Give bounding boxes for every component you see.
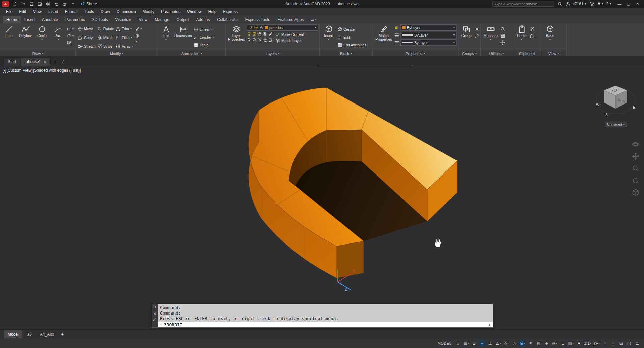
tab-a4-alto[interactable]: A4_Alto <box>36 330 58 338</box>
layer-prev-icon[interactable] <box>263 38 267 42</box>
lineweight-toggle[interactable]: ≡ <box>527 340 534 347</box>
layer-properties-button[interactable]: Layer Properties <box>227 24 246 51</box>
command-window[interactable]: ✕ Command: Command: Press ESC or ENTER t… <box>152 304 493 328</box>
close-icon[interactable]: ✕ <box>153 312 156 316</box>
object-snap-tracking-toggle[interactable]: △ <box>511 340 518 347</box>
tab-view[interactable]: View <box>135 16 151 23</box>
new-drawing-button[interactable]: + <box>51 58 59 66</box>
trim-button[interactable]: Trim▾ <box>115 24 134 33</box>
menu-view[interactable]: View <box>30 8 45 16</box>
block-create-button[interactable]: Create <box>337 26 366 33</box>
help-menu[interactable]: ?▾ <box>606 2 611 6</box>
tab-manage[interactable]: Manage <box>151 16 173 23</box>
app-store-button[interactable] <box>589 1 595 7</box>
layer-merge-icon[interactable] <box>258 38 262 42</box>
clean-screen-button[interactable]: ▢ <box>626 340 633 347</box>
layer-copy-icon[interactable] <box>268 38 273 42</box>
new-layout-button[interactable]: + <box>59 330 66 338</box>
tab-collaborate[interactable]: Collaborate <box>213 16 241 23</box>
group-button[interactable]: Group <box>459 24 474 51</box>
search-input[interactable] <box>492 1 554 7</box>
hatch-button[interactable] <box>67 40 74 45</box>
quick-calc-button[interactable] <box>500 33 505 39</box>
layer-edit-icon[interactable] <box>268 32 273 36</box>
workspace-switching-button[interactable]: ▾ <box>593 340 600 347</box>
show-motion-icon[interactable] <box>632 189 639 196</box>
layer-walk-icon[interactable] <box>252 38 257 42</box>
ellipse-button[interactable]: ▾ <box>67 33 74 39</box>
rotate-button[interactable]: Rotate <box>97 24 115 33</box>
annotation-panel-label[interactable]: Annotation▾ <box>158 51 225 56</box>
pan-hand-icon[interactable] <box>632 153 639 160</box>
share-button[interactable]: Share <box>80 2 97 6</box>
leader-button[interactable]: Leader▾ <box>194 34 214 41</box>
group-edit-button[interactable] <box>475 33 479 39</box>
restore-button[interactable]: ▢ <box>624 0 633 8</box>
view-panel-label[interactable]: View▾ <box>541 51 566 56</box>
menu-insert[interactable]: Insert <box>45 8 62 16</box>
tab-express-tools[interactable]: Express Tools <box>241 16 274 23</box>
menu-draw[interactable]: Draw <box>97 8 113 16</box>
layer-freeze-icon[interactable] <box>247 38 251 42</box>
command-grip[interactable]: ✕ <box>152 304 158 327</box>
tab-3d-tools[interactable]: 3D Tools <box>89 16 111 23</box>
lineweight-select[interactable]: ByLayer▾ <box>400 32 457 38</box>
ungroup-button[interactable] <box>475 26 479 32</box>
linear-button[interactable]: Linear▾ <box>194 26 214 33</box>
layer-isolate-icon[interactable] <box>263 32 267 36</box>
steering-wheel-icon[interactable] <box>632 141 639 148</box>
viewport-visual-style-control[interactable]: [Shaded with edges (Fast)] <box>33 68 81 73</box>
menu-tools[interactable]: Tools <box>81 8 97 16</box>
quick-select-button[interactable] <box>500 26 505 32</box>
tab-overflow-button[interactable]: ╱ <box>59 58 67 66</box>
edit-attributes-button[interactable]: Edit Attributes <box>337 42 366 48</box>
menu-help[interactable]: Help <box>205 8 220 16</box>
selection-filter-toggle[interactable]: ▥▾ <box>567 340 574 347</box>
account-menu[interactable]: al7161 ▾ <box>566 2 586 6</box>
tab-start[interactable]: Start <box>3 57 20 66</box>
chevron-up-icon[interactable]: ▲ <box>489 323 490 326</box>
hardware-acceleration-toggle[interactable]: ▤ <box>618 340 625 347</box>
menu-file[interactable]: File <box>3 8 16 16</box>
annotation-monitor-toggle[interactable]: + <box>601 340 608 347</box>
drag-handle-icon[interactable] <box>153 306 156 310</box>
tab-output[interactable]: Output <box>173 16 193 23</box>
menu-modify[interactable]: Modify <box>139 8 158 16</box>
groups-panel-label[interactable]: Groups▾ <box>458 51 480 56</box>
close-button[interactable]: ✕ <box>633 0 642 8</box>
tab-a3[interactable]: a3 <box>23 330 35 338</box>
tab-uhouse[interactable]: uhouse*✕ <box>21 57 50 66</box>
measure-button[interactable]: Measure▾ <box>482 24 499 51</box>
utilities-panel-label[interactable]: Utilities▾ <box>481 51 513 56</box>
command-input-line[interactable]: ▾ 3DORBIT ▲ <box>158 322 493 327</box>
explode-button[interactable] <box>135 33 142 39</box>
paste-button[interactable]: Paste▾ <box>514 24 529 51</box>
save-as-button[interactable] <box>37 1 43 7</box>
tab-insert[interactable]: Insert <box>21 16 38 23</box>
isolate-objects-button[interactable]: ○ <box>609 340 616 347</box>
tab-model[interactable]: Model <box>4 330 22 338</box>
tab-annotate[interactable]: Annotate <box>38 16 62 23</box>
layer-select[interactable]: paredes ▾ <box>247 24 318 31</box>
menu-format[interactable]: Format <box>62 8 81 16</box>
autodesk-apps-menu[interactable]: A▾ <box>598 2 603 6</box>
menu-parametric[interactable]: Parametric <box>158 8 184 16</box>
make-current-button[interactable]: Make Current <box>275 32 304 37</box>
dimension-button[interactable]: Dimension <box>174 24 193 51</box>
redo-button[interactable] <box>62 1 68 7</box>
clipboard-panel-label[interactable]: Clipboard <box>513 51 541 56</box>
plot-button[interactable] <box>45 1 51 7</box>
layer-lock-icon[interactable] <box>258 32 262 36</box>
linetype-select[interactable]: ByLayer▾ <box>400 39 457 46</box>
open-button[interactable] <box>20 1 26 7</box>
draw-panel-label[interactable]: Draw▾ <box>0 51 75 56</box>
save-button[interactable] <box>28 1 34 7</box>
autocad-logo-icon[interactable]: A <box>2 1 9 7</box>
undo-button[interactable] <box>53 1 59 7</box>
polar-tracking-toggle[interactable]: ∠▾ <box>495 340 502 347</box>
arc-button[interactable]: Arc▾ <box>51 24 66 51</box>
insert-button[interactable]: Insert▾ <box>321 24 336 51</box>
qat-customize-button[interactable]: ▾ <box>70 1 76 7</box>
viewport-minimize-control[interactable]: [-] <box>3 68 6 73</box>
polyline-button[interactable]: Polyline <box>18 24 33 51</box>
